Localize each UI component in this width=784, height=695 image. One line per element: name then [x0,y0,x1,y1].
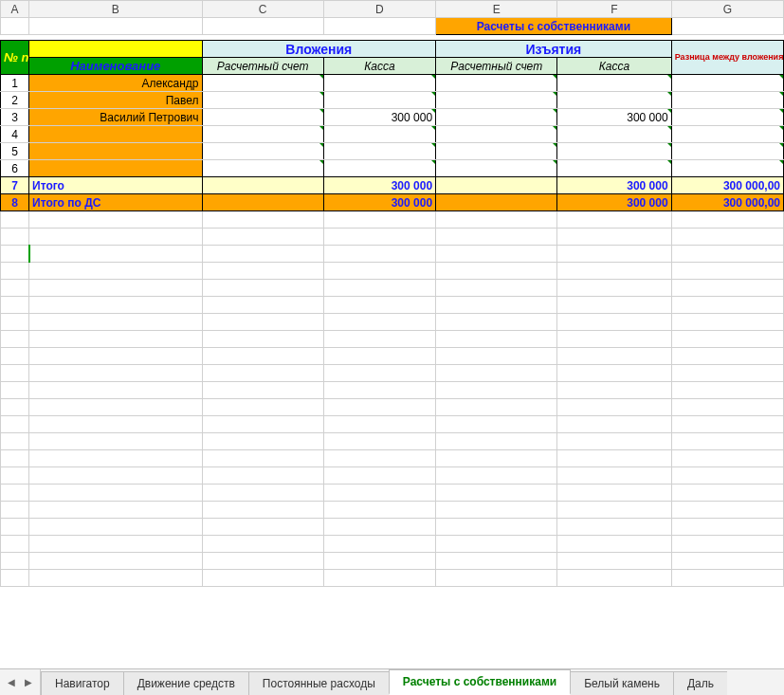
cell[interactable]: 300 000 [557,109,671,126]
cell[interactable]: 300 000,00 [671,194,783,211]
cell[interactable] [436,109,557,126]
cell[interactable] [557,92,671,109]
tab-nav: ◀ ▶ [0,669,41,695]
row-number[interactable]: 1 [1,75,29,92]
row-number[interactable]: 3 [1,109,29,126]
row-name[interactable]: Александр [29,75,202,92]
cell[interactable] [323,126,435,143]
cell[interactable] [1,18,29,35]
cell[interactable]: 300 000 [323,177,435,194]
spreadsheet-grid[interactable]: A B C D E F G Расчеты с собственниками №… [0,0,784,587]
table-row: 6 [1,160,784,177]
tab-dvizhenie[interactable]: Движение средств [123,671,249,695]
cell[interactable] [202,177,323,194]
table-row: 2 Павел [1,92,784,109]
cell[interactable] [202,75,323,92]
header-raznica[interactable]: Разница между вложениями и изъятиями [671,41,783,75]
col-header-C[interactable]: C [202,1,323,18]
header-np[interactable]: № п/п [1,41,29,75]
header-kassa-2[interactable]: Касса [557,58,671,75]
header-kassa-1[interactable]: Касса [323,58,435,75]
cell[interactable]: 300 000,00 [671,177,783,194]
row-number[interactable]: 8 [1,194,29,211]
sheet-title[interactable]: Расчеты с собственниками [436,18,672,35]
table-row: 1 Александр [1,75,784,92]
tab-dal[interactable]: Даль [673,671,727,695]
col-header-A[interactable]: A [1,1,29,18]
cell[interactable]: 300 000 [557,194,671,211]
itogo-ds-row: 8 Итого по ДС 300 000 300 000 300 000,00 [1,194,784,211]
cell[interactable] [436,143,557,160]
row-number[interactable]: 5 [1,143,29,160]
cell[interactable] [671,92,783,109]
row-number[interactable]: 2 [1,92,29,109]
cell[interactable] [202,109,323,126]
tab-next-icon[interactable]: ▶ [25,677,32,687]
header-izyatiya[interactable]: Изъятия [436,41,672,58]
col-header-G[interactable]: G [671,1,783,18]
row-name[interactable]: Василий Петрович [29,109,202,126]
row-name[interactable] [29,126,202,143]
cell[interactable] [671,109,783,126]
cell[interactable] [557,75,671,92]
cell[interactable] [202,160,323,177]
cell[interactable] [202,18,323,35]
header-raschet-2[interactable]: Расчетный счет [436,58,557,75]
cell[interactable] [557,143,671,160]
cell[interactable] [671,18,783,35]
cell[interactable] [323,143,435,160]
col-header-B[interactable]: B [29,1,202,18]
row-number[interactable]: 7 [1,177,29,194]
cell[interactable]: 300 000 [323,109,435,126]
cell[interactable] [202,143,323,160]
col-header-E[interactable]: E [436,1,557,18]
table-row: 3 Василий Петрович 300 000 300 000 [1,109,784,126]
header-raschet-1[interactable]: Расчетный счет [202,58,323,75]
column-headers-row: A B C D E F G [1,1,784,18]
col-header-D[interactable]: D [323,1,435,18]
row-name[interactable]: Павел [29,92,202,109]
tab-postoyannye[interactable]: Постоянные расходы [248,671,390,695]
itogo-row: 7 Итого 300 000 300 000 300 000,00 [1,177,784,194]
sheet-tabs: Навигатор Движение средств Постоянные ра… [41,669,727,695]
cell[interactable] [436,160,557,177]
cell[interactable] [436,126,557,143]
row-number[interactable]: 4 [1,126,29,143]
cell[interactable] [557,126,671,143]
cell[interactable] [436,177,557,194]
tab-raschety[interactable]: Расчеты с собственниками [389,669,571,695]
cell[interactable] [202,126,323,143]
cell[interactable] [202,92,323,109]
cell[interactable]: 300 000 [323,194,435,211]
tab-navigator[interactable]: Навигатор [41,671,124,695]
header-naimenovanie[interactable]: Наименование [29,58,202,75]
cell[interactable] [671,160,783,177]
cell[interactable] [436,75,557,92]
header-blank-yellow[interactable] [29,41,202,58]
cell[interactable] [671,75,783,92]
cell[interactable] [323,160,435,177]
tab-prev-icon[interactable]: ◀ [8,677,15,687]
itogo-ds-label[interactable]: Итого по ДС [29,194,202,211]
sheet-tab-bar: ◀ ▶ Навигатор Движение средств Постоянны… [0,668,784,695]
cell[interactable] [202,194,323,211]
cell[interactable] [29,18,202,35]
itogo-label[interactable]: Итого [29,177,202,194]
cell[interactable] [323,18,435,35]
row-number[interactable]: 6 [1,160,29,177]
table-row: 4 [1,126,784,143]
row-name[interactable] [29,160,202,177]
cell[interactable] [671,126,783,143]
cell[interactable] [557,160,671,177]
header-vlojeniya[interactable]: Вложения [202,41,436,58]
cell[interactable] [323,75,435,92]
tab-belyj-kamen[interactable]: Белый камень [570,671,674,695]
cell[interactable] [436,194,557,211]
table-row: 5 [1,143,784,160]
row-name[interactable] [29,143,202,160]
cell[interactable] [671,143,783,160]
col-header-F[interactable]: F [557,1,671,18]
cell[interactable]: 300 000 [557,177,671,194]
cell[interactable] [436,92,557,109]
cell[interactable] [323,92,435,109]
